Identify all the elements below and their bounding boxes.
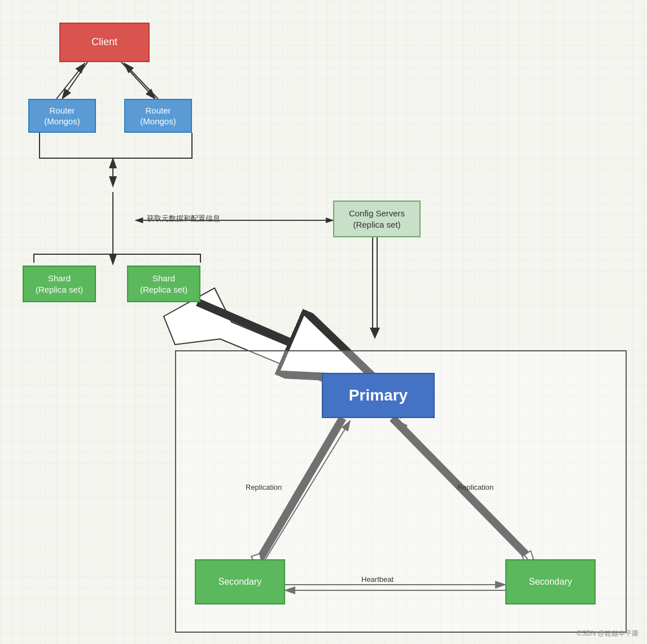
svg-line-4 bbox=[121, 62, 155, 99]
shard2-box: Shard(Replica set) bbox=[127, 266, 200, 302]
shard2-label: Shard(Replica set) bbox=[140, 273, 187, 295]
diagram: Client Router(Mongos) Router(Mongos) Con… bbox=[0, 0, 647, 644]
client-box: Client bbox=[59, 23, 150, 62]
router1-box: Router(Mongos) bbox=[28, 99, 96, 133]
metadata-label: 获取元数据和配置信息 bbox=[147, 214, 220, 224]
secondary2-box: Secondary bbox=[505, 559, 596, 604]
secondary1-box: Secondary bbox=[195, 559, 285, 604]
shard1-box: Shard(Replica set) bbox=[23, 266, 96, 302]
config-label: Config Servers(Replica set) bbox=[349, 208, 405, 230]
primary-label: Primary bbox=[349, 385, 408, 406]
router1-label: Router(Mongos) bbox=[44, 105, 80, 127]
svg-line-5 bbox=[56, 63, 85, 99]
shard1-label: Shard(Replica set) bbox=[36, 273, 83, 295]
router2-label: Router(Mongos) bbox=[140, 105, 176, 127]
primary-box: Primary bbox=[322, 373, 435, 418]
router2-box: Router(Mongos) bbox=[124, 99, 192, 133]
secondary2-label: Secondary bbox=[529, 576, 572, 588]
client-label: Client bbox=[91, 36, 117, 49]
replication-left-label: Replication bbox=[246, 483, 282, 491]
svg-marker-14 bbox=[370, 328, 380, 339]
heartbeat-label: Heartbeat bbox=[361, 575, 394, 584]
replication-right-label: Replication bbox=[457, 483, 493, 491]
config-box: Config Servers(Replica set) bbox=[333, 201, 421, 237]
svg-line-6 bbox=[124, 63, 158, 99]
watermark: CSDN @超越本平庸 bbox=[576, 629, 639, 638]
svg-line-3 bbox=[62, 62, 88, 99]
secondary1-label: Secondary bbox=[218, 576, 262, 588]
